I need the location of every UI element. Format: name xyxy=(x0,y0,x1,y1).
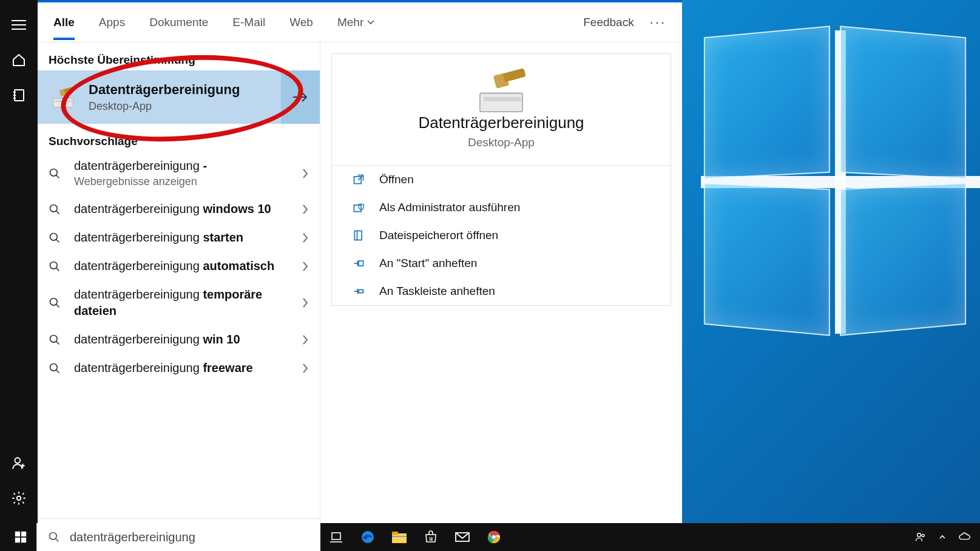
chevron-right-icon xyxy=(302,334,309,346)
svg-line-21 xyxy=(56,268,59,271)
search-icon xyxy=(49,362,63,374)
tab-dokumente[interactable]: Dokumente xyxy=(149,5,208,40)
feedback-link[interactable]: Feedback xyxy=(583,16,634,29)
add-user-icon[interactable] xyxy=(0,445,38,481)
svg-rect-38 xyxy=(21,538,26,543)
action-pin-taskbar[interactable]: An Taskleiste anheften xyxy=(332,277,671,305)
tab-web[interactable]: Web xyxy=(289,5,313,40)
more-options-icon[interactable]: ··· xyxy=(650,15,666,30)
action-open-file-location-label: Dateispeicherort öffnen xyxy=(379,229,498,242)
svg-line-17 xyxy=(56,211,59,214)
search-icon xyxy=(49,260,63,272)
disk-cleanup-icon xyxy=(51,87,76,107)
section-top-match: Höchste Übereinstimmung xyxy=(38,42,320,70)
search-panel: Alle Apps Dokumente E-Mail Web Mehr Feed… xyxy=(38,0,682,551)
svg-point-56 xyxy=(922,534,924,536)
chevron-right-icon xyxy=(302,232,309,244)
svg-rect-46 xyxy=(392,536,407,537)
svg-point-16 xyxy=(50,205,58,212)
svg-point-54 xyxy=(492,535,496,539)
action-run-admin[interactable]: Als Administrator ausführen xyxy=(332,194,671,221)
top-match-item[interactable]: Datenträgerbereinigung Desktop-App xyxy=(38,70,281,124)
tab-alle[interactable]: Alle xyxy=(53,5,75,40)
preview-subtitle: Desktop-App xyxy=(344,136,658,149)
top-match-subtitle: Desktop-App xyxy=(89,100,240,113)
search-left-rail xyxy=(0,0,38,551)
chevron-right-icon xyxy=(302,203,309,215)
svg-line-25 xyxy=(56,341,59,344)
tab-mehr[interactable]: Mehr xyxy=(337,5,374,40)
svg-rect-36 xyxy=(21,532,26,536)
action-pin-start[interactable]: An "Start" anheften xyxy=(332,249,671,277)
svg-point-24 xyxy=(50,335,58,342)
settings-icon[interactable] xyxy=(0,481,38,516)
suggestion-text: datenträgerbereinigung temporäre dateien xyxy=(74,286,291,319)
action-open-file-location[interactable]: Dateispeicherort öffnen xyxy=(332,221,671,249)
suggestion-text: datenträgerbereinigung freeware xyxy=(74,360,291,376)
search-icon xyxy=(49,232,63,244)
suggestion-item[interactable]: datenträgerbereinigung windows 10 xyxy=(38,195,320,223)
svg-line-27 xyxy=(56,370,59,373)
svg-line-40 xyxy=(56,539,59,542)
chevron-right-icon xyxy=(302,362,309,374)
start-button[interactable] xyxy=(5,523,36,551)
tab-email[interactable]: E-Mail xyxy=(232,5,265,40)
suggestion-item[interactable]: datenträgerbereinigung win 10 xyxy=(38,325,320,354)
svg-line-19 xyxy=(56,239,59,242)
edge-icon[interactable] xyxy=(352,523,384,551)
suggestion-text: datenträgerbereinigung starten xyxy=(74,229,291,246)
suggestion-item[interactable]: datenträgerbereinigung automatisch xyxy=(38,252,320,280)
pin-start-icon xyxy=(351,257,366,269)
notebook-icon[interactable] xyxy=(0,78,38,113)
onedrive-tray-icon[interactable] xyxy=(958,531,970,543)
svg-line-15 xyxy=(56,175,59,178)
svg-rect-45 xyxy=(392,532,398,535)
store-icon[interactable] xyxy=(415,523,447,551)
search-tabs-row: Alle Apps Dokumente E-Mail Web Mehr Feed… xyxy=(38,2,682,42)
svg-point-10 xyxy=(17,496,21,501)
preview-card: Datenträgerbereinigung Desktop-App Öffne… xyxy=(331,53,671,306)
svg-point-20 xyxy=(50,262,58,269)
svg-rect-35 xyxy=(15,532,20,536)
suggestion-item[interactable]: datenträgerbereinigung starten xyxy=(38,223,320,252)
action-pin-start-label: An "Start" anheften xyxy=(379,257,477,270)
svg-rect-50 xyxy=(431,539,433,541)
action-open[interactable]: Öffnen xyxy=(332,166,671,194)
svg-rect-48 xyxy=(431,537,433,539)
menu-icon[interactable] xyxy=(0,7,38,42)
suggestion-item[interactable]: datenträgerbereinigung temporäre dateien xyxy=(38,280,320,325)
svg-rect-47 xyxy=(429,537,431,539)
suggestion-text: datenträgerbereinigung win 10 xyxy=(74,331,291,348)
section-suggestions: Suchvorschläge xyxy=(38,124,320,152)
suggestion-item[interactable]: datenträgerbereinigung - Webergebnisse a… xyxy=(38,152,320,195)
tray-chevron-up-icon[interactable] xyxy=(939,533,946,541)
svg-rect-33 xyxy=(359,261,363,266)
top-match-arrow-button[interactable] xyxy=(281,70,320,124)
action-run-admin-label: Als Administrator ausführen xyxy=(379,201,520,214)
action-pin-taskbar-label: An Taskleiste anheften xyxy=(379,285,495,298)
taskbar-search[interactable] xyxy=(36,523,320,551)
file-explorer-icon[interactable] xyxy=(384,523,415,551)
mail-icon[interactable] xyxy=(447,523,478,551)
svg-rect-3 xyxy=(15,90,24,101)
task-view-icon[interactable] xyxy=(320,523,352,551)
svg-point-22 xyxy=(50,299,58,306)
taskbar-search-input[interactable] xyxy=(70,530,309,544)
chrome-icon[interactable] xyxy=(478,523,510,551)
disk-cleanup-icon xyxy=(475,69,527,112)
system-tray[interactable] xyxy=(914,531,975,543)
svg-rect-44 xyxy=(392,533,407,543)
open-icon xyxy=(351,174,366,186)
folder-location-icon xyxy=(351,229,366,242)
home-icon[interactable] xyxy=(0,42,38,78)
people-tray-icon[interactable] xyxy=(914,531,927,543)
results-column: Höchste Übereinstimmung Datenträgerberei… xyxy=(38,42,320,551)
search-icon xyxy=(48,531,60,543)
svg-rect-41 xyxy=(332,533,340,539)
tab-apps[interactable]: Apps xyxy=(99,5,125,40)
pin-taskbar-icon xyxy=(351,285,366,297)
suggestion-item[interactable]: datenträgerbereinigung freeware xyxy=(38,354,320,382)
search-icon xyxy=(49,297,63,309)
svg-line-23 xyxy=(56,305,59,308)
search-icon xyxy=(49,203,63,215)
